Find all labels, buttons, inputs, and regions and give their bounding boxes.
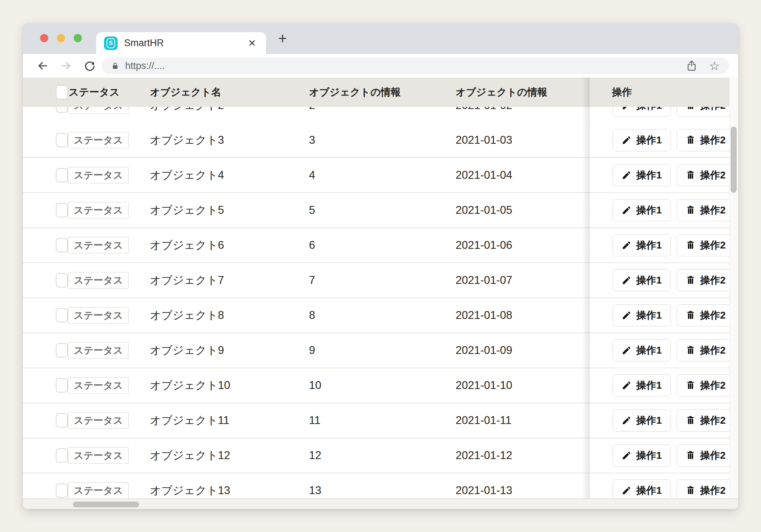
- object-info: 3: [309, 134, 315, 147]
- pencil-icon: [622, 345, 632, 355]
- object-name: オブジェクト10: [150, 378, 230, 393]
- edit-button[interactable]: 操作1: [613, 444, 671, 467]
- object-info: 6: [309, 239, 315, 252]
- forward-icon[interactable]: [60, 60, 72, 72]
- table-row: ステータス オブジェクト4 4 2021-01-04 操作1 操作2: [23, 158, 738, 193]
- pencil-icon: [622, 450, 632, 460]
- row-checkbox[interactable]: [56, 483, 68, 498]
- object-name: オブジェクト2: [150, 107, 224, 113]
- tab-title: SmartHR: [124, 38, 246, 49]
- table-row: ステータス オブジェクト3 3 2021-01-03 操作1 操作2: [23, 123, 738, 158]
- row-checkbox[interactable]: [56, 343, 68, 358]
- edit-button[interactable]: 操作1: [613, 129, 671, 151]
- object-name: オブジェクト11: [150, 413, 230, 428]
- row-checkbox[interactable]: [56, 238, 68, 252]
- select-all-checkbox[interactable]: [56, 85, 68, 99]
- object-info: 9: [309, 344, 315, 357]
- url-bar[interactable]: https://.... ☆: [102, 58, 729, 74]
- minimize-window-button[interactable]: [57, 34, 65, 42]
- reload-icon[interactable]: [84, 60, 96, 72]
- row-checkbox[interactable]: [56, 273, 68, 287]
- new-tab-button[interactable]: +: [273, 29, 292, 48]
- table-row-partial: ステータス オブジェクト2 2 2021-01-02 操作1 操作2: [23, 107, 738, 123]
- close-window-button[interactable]: [40, 34, 48, 42]
- browser-tab-smarthr[interactable]: S SmartHR ✕: [96, 32, 266, 54]
- object-name: オブジェクト9: [150, 343, 224, 358]
- row-checkbox[interactable]: [56, 168, 68, 182]
- horizontal-scrollbar[interactable]: [23, 498, 738, 509]
- delete-button[interactable]: 操作2: [677, 479, 735, 498]
- table-row: ステータス オブジェクト9 9 2021-01-09 操作1 操作2: [23, 333, 738, 368]
- url-text[interactable]: https://....: [125, 60, 686, 72]
- table-row: ステータス オブジェクト6 6 2021-01-06 操作1 操作2: [23, 228, 738, 263]
- pencil-icon: [622, 135, 632, 145]
- row-checkbox[interactable]: [56, 107, 68, 113]
- share-icon[interactable]: [686, 60, 697, 72]
- vertical-scrollbar[interactable]: [729, 78, 738, 498]
- object-date: 2021-01-04: [456, 169, 512, 182]
- pencil-icon: [622, 240, 632, 250]
- table-row: ステータス オブジェクト7 7 2021-01-07 操作1 操作2: [23, 263, 738, 298]
- delete-button[interactable]: 操作2: [677, 374, 735, 396]
- edit-button[interactable]: 操作1: [613, 164, 671, 186]
- edit-button[interactable]: 操作1: [613, 304, 671, 326]
- lock-icon[interactable]: [111, 61, 119, 70]
- delete-button[interactable]: 操作2: [677, 164, 735, 186]
- maximize-window-button[interactable]: [74, 34, 82, 42]
- delete-button[interactable]: 操作2: [677, 199, 735, 221]
- delete-button[interactable]: 操作2: [677, 339, 735, 361]
- delete-button[interactable]: 操作2: [677, 304, 735, 326]
- delete-button[interactable]: 操作2: [677, 409, 735, 432]
- table-body: ステータス オブジェクト2 2 2021-01-02 操作1 操作2: [23, 107, 738, 498]
- status-badge: ステータス: [68, 307, 129, 324]
- vertical-scrollbar-thumb[interactable]: [731, 127, 737, 193]
- object-date: 2021-01-08: [456, 309, 512, 322]
- status-badge: ステータス: [68, 412, 129, 429]
- row-checkbox[interactable]: [56, 133, 68, 147]
- edit-button[interactable]: 操作1: [613, 374, 671, 396]
- back-icon[interactable]: [36, 60, 49, 72]
- table-row: ステータス オブジェクト12 12 2021-01-12 操作1 操作2: [23, 438, 738, 473]
- row-checkbox[interactable]: [56, 413, 68, 428]
- pencil-icon: [622, 275, 632, 285]
- pencil-icon: [622, 205, 632, 215]
- edit-button[interactable]: 操作1: [613, 199, 671, 221]
- row-checkbox[interactable]: [56, 448, 68, 463]
- object-info: 7: [309, 274, 315, 287]
- object-date: 2021-01-09: [456, 344, 512, 357]
- trash-icon: [686, 486, 696, 496]
- status-badge: ステータス: [68, 377, 129, 394]
- delete-button[interactable]: 操作2: [677, 129, 735, 151]
- edit-button[interactable]: 操作1: [613, 479, 671, 498]
- status-badge: ステータス: [68, 107, 129, 114]
- table-row: ステータス オブジェクト10 10 2021-01-10 操作1 操作2: [23, 368, 738, 403]
- column-header-object-info-2: オブジェクトの情報: [456, 85, 548, 99]
- edit-button[interactable]: 操作1: [613, 107, 671, 117]
- browser-window: S SmartHR ✕ + https://....: [23, 23, 738, 509]
- delete-button[interactable]: 操作2: [677, 444, 735, 467]
- delete-button[interactable]: 操作2: [677, 269, 735, 291]
- edit-button[interactable]: 操作1: [613, 234, 671, 256]
- object-name: オブジェクト12: [150, 448, 230, 463]
- object-info: 11: [309, 414, 320, 427]
- delete-button[interactable]: 操作2: [677, 107, 735, 117]
- trash-icon: [686, 310, 696, 320]
- object-info: 2: [309, 107, 315, 112]
- row-checkbox[interactable]: [56, 308, 68, 322]
- horizontal-scrollbar-thumb[interactable]: [73, 502, 139, 507]
- pencil-icon: [622, 107, 632, 110]
- object-info: 13: [309, 484, 321, 497]
- bookmark-star-icon[interactable]: ☆: [709, 60, 720, 72]
- edit-button[interactable]: 操作1: [613, 409, 671, 432]
- row-checkbox[interactable]: [56, 378, 68, 393]
- trash-icon: [686, 415, 696, 425]
- object-info: 12: [309, 449, 321, 462]
- close-tab-icon[interactable]: ✕: [246, 36, 258, 50]
- edit-button[interactable]: 操作1: [613, 339, 671, 361]
- status-badge: ステータス: [68, 132, 129, 148]
- column-header-status: ステータス: [69, 85, 120, 99]
- row-checkbox[interactable]: [56, 203, 68, 217]
- edit-button[interactable]: 操作1: [613, 269, 671, 291]
- delete-button[interactable]: 操作2: [677, 234, 735, 256]
- table-header: ステータス オブジェクト名 オブジェクトの情報 オブジェクトの情報 操作: [23, 78, 738, 107]
